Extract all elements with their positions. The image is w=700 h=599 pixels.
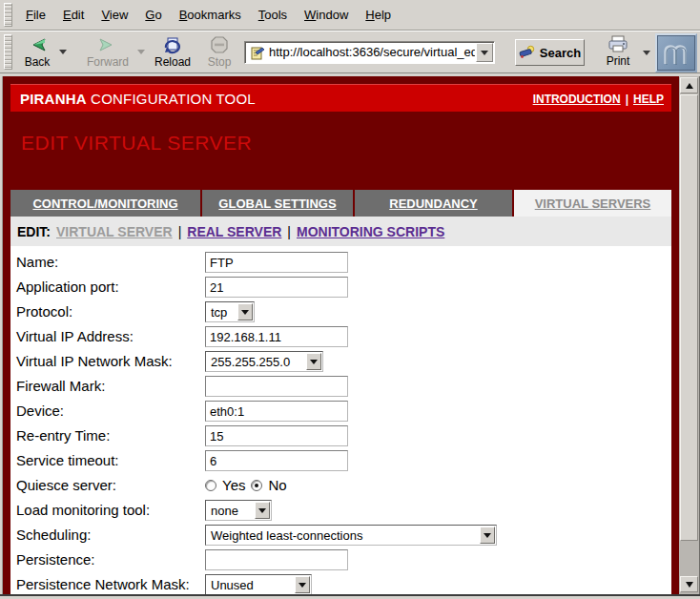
persistence-netmask-select-arrow[interactable] [295,576,310,593]
firewall-mark-input[interactable] [205,376,348,397]
service-timeout-input[interactable] [205,450,348,471]
protocol-select-arrow[interactable] [237,303,253,320]
menu-tools[interactable]: Tools [250,4,296,26]
form-row-load-monitoring: Load monitoring tool: none [10,498,671,523]
print-label: Print [598,54,638,68]
mozilla-m-icon [662,41,690,66]
menu-bar: File Edit View Go Bookmarks Tools Window… [0,0,700,31]
firewall-mark-label: Firewall Mark: [16,378,105,394]
form-row-virtual-ip-netmask: Virtual IP Network Mask: 255.255.255.0 [10,349,671,374]
scheduling-label: Scheduling: [16,527,91,543]
persistence-label: Persistence: [16,551,95,568]
form-row-scheduling: Scheduling: Weighted least-connections [10,523,671,547]
load-monitoring-select[interactable]: none [205,500,272,521]
load-monitoring-value: none [211,504,238,518]
persistence-netmask-select[interactable]: Unused [205,574,312,594]
virtual-server-form: Name: Application port: Protocol: tcp Vi… [10,246,671,594]
scheduling-value: Weighted least-connections [211,528,362,543]
introduction-link[interactable]: INTRODUCTION [533,93,621,106]
device-input[interactable] [205,401,348,422]
menu-view[interactable]: View [93,4,136,26]
stop-label: Stop [200,55,238,69]
form-row-firewall-mark: Firewall Mark: [10,374,671,399]
scroll-down-button[interactable] [680,576,698,592]
virtual-ip-netmask-select-arrow[interactable] [306,353,321,370]
scheduling-select-arrow[interactable] [480,527,495,544]
header-links: INTRODUCTION | HELP [533,85,664,113]
stop-icon [210,35,229,54]
menu-go[interactable]: Go [136,4,170,26]
tab-virtual-servers[interactable]: VIRTUAL SERVERS [514,190,671,217]
chevron-down-icon [299,583,306,588]
quiesce-server-label: Quiesce server: [16,477,116,493]
load-monitoring-label: Load monitoring tool: [16,502,150,518]
tab-global-settings[interactable]: GLOBAL SETTINGS [202,190,353,217]
tab-redundancy[interactable]: REDUNDANCY [355,190,512,217]
print-icon [607,35,629,53]
form-row-protocol: Protocol: tcp [10,300,671,324]
url-history-dropdown[interactable] [476,43,493,62]
toolbar-grippy-handle[interactable] [4,34,12,70]
back-icon [27,35,48,54]
edit-subnav: EDIT: VIRTUAL SERVER | REAL SERVER | MON… [10,217,671,246]
stop-button: Stop [200,33,238,72]
url-bar[interactable]: http://localhost:3636/secure/virtual_edi… [244,41,495,64]
monitoring-scripts-link[interactable]: MONITORING SCRIPTS [297,224,444,239]
help-link[interactable]: HELP [633,93,664,106]
form-row-reentry-time: Re-entry Time: [10,423,671,448]
main-tabs: CONTROL/MONITORING GLOBAL SETTINGS REDUN… [10,190,671,217]
url-input[interactable]: http://localhost:3636/secure/virtual_edi… [269,45,475,59]
virtual-ip-netmask-label: Virtual IP Network Mask: [16,353,173,369]
forward-button[interactable]: Forward [80,33,135,72]
print-dropdown-icon[interactable] [643,51,650,55]
form-row-application-port: Application port: [10,275,671,300]
virtual-ip-input[interactable] [205,326,348,347]
form-row-name: Name: [10,250,671,275]
menu-file[interactable]: File [17,4,54,26]
search-icon [519,45,536,60]
menubar-grippy-handle[interactable] [4,3,12,27]
application-port-input[interactable] [205,277,348,298]
reentry-time-input[interactable] [205,425,348,446]
virtual-ip-label: Virtual IP Address: [16,328,134,344]
app-title-rest: CONFIGURATION TOOL [87,91,256,107]
reload-button[interactable]: Reload [149,33,196,72]
menu-window[interactable]: Window [296,4,357,26]
back-dropdown-icon[interactable] [59,50,67,54]
quiesce-yes-radio[interactable] [205,480,216,491]
page-title: EDIT VIRTUAL SERVER [21,132,252,155]
search-button[interactable]: Search [515,39,585,66]
load-monitoring-select-arrow[interactable] [255,502,270,519]
scroll-up-button[interactable] [680,77,698,93]
mozilla-logo[interactable] [655,33,697,72]
scheduling-select[interactable]: Weighted least-connections [205,525,497,546]
protocol-select[interactable]: tcp [205,301,255,322]
menu-edit[interactable]: Edit [54,4,93,26]
chevron-down-icon [241,310,249,315]
service-timeout-label: Service timeout: [16,452,119,468]
url-proxy-icon[interactable] [250,46,265,61]
print-button[interactable]: Print [598,33,638,72]
scrollbar-thumb[interactable] [680,94,698,541]
quiesce-no-label[interactable]: No [268,477,286,493]
form-row-device: Device: [10,399,671,423]
forward-dropdown-icon [137,50,145,54]
quiesce-no-radio[interactable] [251,480,262,491]
back-button[interactable]: Back [15,33,59,72]
device-label: Device: [16,403,64,419]
quiesce-yes-label[interactable]: Yes [222,477,245,493]
persistence-input[interactable] [205,549,348,570]
name-label: Name: [16,254,58,270]
real-server-link[interactable]: REAL SERVER [187,224,281,239]
subnav-separator-2: | [287,224,291,239]
page-content: PIRANHA CONFIGURATION TOOL INTRODUCTION … [3,76,679,594]
virtual-ip-netmask-select[interactable]: 255.255.255.0 [205,351,323,372]
menu-help[interactable]: Help [357,4,400,26]
chevron-down-icon [258,508,266,513]
name-input[interactable] [205,252,348,273]
tab-control-monitoring[interactable]: CONTROL/MONITORING [10,190,200,217]
menu-bookmarks[interactable]: Bookmarks [171,4,250,26]
forward-label: Forward [80,55,135,69]
app-title-bold: PIRANHA [20,91,87,107]
vertical-scrollbar[interactable] [679,76,699,594]
